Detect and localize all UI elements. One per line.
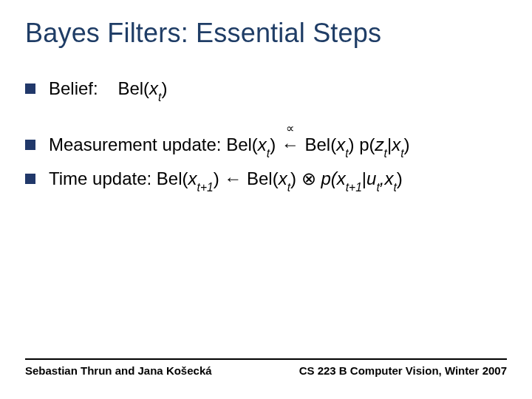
- bel-close: ): [161, 78, 167, 98]
- meas-x2: x: [392, 134, 400, 154]
- meas-z: z: [375, 134, 384, 154]
- footer-right: CS 223 B Computer Vision, Winter 2007: [299, 364, 507, 377]
- footer: Sebastian Thrun and Jana Košecká CS 223 …: [25, 358, 507, 377]
- time-label: Time update:: [49, 168, 157, 188]
- slide-body: Belief: Bel(xt) Measurement update: Bel(…: [25, 75, 507, 192]
- time-p-open: p(: [316, 168, 337, 188]
- spacer: [25, 109, 507, 132]
- time-mid-var: x: [279, 168, 287, 188]
- bel-sub: t: [158, 91, 161, 103]
- time-arrow-icon: ←: [224, 168, 242, 188]
- slide: Bayes Filters: Essential Steps Belief: B…: [0, 0, 532, 399]
- bullet-measurement: Measurement update: Bel(xt) ∝← Bel(xt) p…: [25, 132, 507, 158]
- belief-text: Belief: Bel(xt): [49, 75, 507, 102]
- time-p-u: u: [366, 168, 376, 188]
- time-p-x2-sub: t: [393, 181, 396, 194]
- footer-rule: [25, 358, 507, 360]
- time-lhs-open: Bel(: [157, 168, 188, 188]
- time-p-end: ): [397, 168, 403, 188]
- square-bullet-icon: [25, 83, 35, 94]
- proportional-symbol: ∝: [281, 120, 300, 137]
- meas-rhs1-close: ) p(: [349, 134, 375, 154]
- time-p-x: x: [337, 168, 346, 188]
- footer-row: Sebastian Thrun and Jana Košecká CS 223 …: [25, 364, 507, 377]
- footer-left: Sebastian Thrun and Jana Košecká: [25, 364, 212, 377]
- meas-rhs1-sub: t: [345, 147, 348, 160]
- bel-var: x: [149, 78, 158, 98]
- time-p-x-sub: t+1: [346, 181, 362, 194]
- time-text: Time update: Bel(xt+1) ← Bel(xt) ⊗ p(xt+…: [49, 166, 507, 192]
- time-p-u-sub: t: [376, 181, 379, 194]
- meas-label: Measurement update:: [49, 134, 226, 154]
- belief-label: Belief:: [49, 78, 98, 98]
- measurement-text: Measurement update: Bel(xt) ∝← Bel(xt) p…: [49, 132, 507, 158]
- bullet-time: Time update: Bel(xt+1) ← Bel(xt) ⊗ p(xt+…: [25, 166, 507, 192]
- time-p-x2: x: [384, 168, 393, 188]
- bullet-belief: Belief: Bel(xt): [25, 75, 507, 102]
- meas-z-sub: t: [384, 147, 387, 160]
- otimes-icon: ⊗: [301, 168, 316, 188]
- meas-x2-sub: t: [400, 147, 403, 160]
- square-bullet-icon: [25, 174, 35, 184]
- meas-lhs-open: Bel(: [226, 134, 258, 154]
- square-bullet-icon: [25, 140, 35, 150]
- time-lhs-sub: t+1: [197, 181, 214, 194]
- time-lhs-close: ): [214, 168, 225, 188]
- meas-rhs1-open: Bel(: [300, 134, 336, 154]
- left-arrow-symbol: ←: [282, 134, 299, 154]
- bel-open: Bel(: [117, 78, 149, 98]
- time-mid-open: Bel(: [242, 168, 278, 188]
- meas-lhs-var: x: [258, 134, 267, 154]
- meas-lhs-sub: t: [267, 147, 270, 160]
- time-lhs-var: x: [188, 168, 197, 188]
- proportional-arrow-icon: ∝←: [281, 132, 300, 158]
- slide-title: Bayes Filters: Essential Steps: [25, 18, 507, 49]
- time-mid-close: ): [290, 168, 301, 188]
- time-mid-sub: t: [287, 181, 290, 194]
- meas-rhs1-var: x: [336, 134, 345, 154]
- meas-end: ): [403, 134, 409, 154]
- meas-lhs-close: ): [270, 134, 281, 154]
